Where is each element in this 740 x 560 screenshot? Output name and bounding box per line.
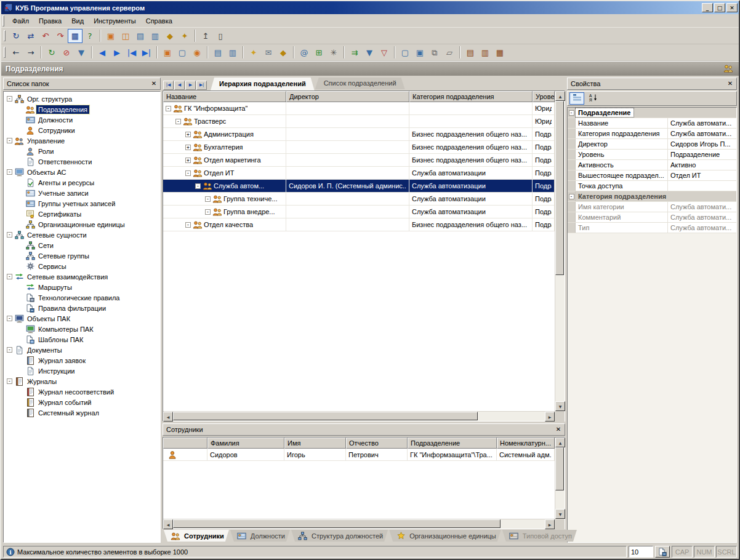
grid-view-button[interactable]: ▦ [68,29,82,43]
first-record-button[interactable]: |◀ [124,46,139,60]
tree-expander[interactable]: - [7,232,12,238]
column-header-firstname[interactable]: Имя [284,438,346,449]
tree-item-network-entities[interactable]: -Сетевые сущности [4,230,159,240]
tree-item-network-groups[interactable]: Сетевые группы [4,250,159,261]
certificate-button[interactable]: ◆ [276,46,291,60]
tree-item-accounts[interactable]: Учетные записи [4,188,159,198]
property-row-parent[interactable]: Вышестоящее подраздел...Отдел ИТ [568,170,736,181]
apply-limit-button[interactable] [655,546,670,558]
keys-button[interactable]: ✦ [177,29,192,43]
scroll-down-button[interactable] [555,401,565,411]
apply-changes-button[interactable]: ⇉ [347,46,362,60]
row-expander[interactable]: - [175,119,181,124]
scroll-up-button[interactable] [555,438,565,447]
report-button[interactable]: ▣ [412,46,427,60]
monitor-button[interactable]: ▢ [398,46,412,60]
tree-item-org-structure[interactable]: -Орг. структура [4,94,159,104]
scroll-track[interactable] [555,447,565,509]
upload-button[interactable]: ↥ [198,29,213,43]
tree-expander[interactable]: - [7,169,12,175]
menu-view[interactable]: Вид [66,15,89,27]
tree-item-filter-rules[interactable]: Правила фильтрации [4,303,159,313]
column-header-icon[interactable] [163,438,207,449]
tab-list[interactable]: Список подразделений [315,78,405,89]
tree-item-requests-journal[interactable]: Журнал заявок [4,355,159,366]
copy-button[interactable]: ⧉ [427,46,442,60]
categorized-button[interactable] [569,92,584,105]
property-row-comment[interactable]: КомментарийСлужба автомати... [568,212,736,223]
department-row[interactable]: +АдминистрацияБизнес подразделения общег… [163,128,555,141]
open-window-button[interactable]: ⇄ [23,29,38,43]
row-expander[interactable]: - [205,209,211,215]
row-expander[interactable]: - [185,170,191,176]
tree-item-account-groups[interactable]: Группы учетных записей [4,198,159,209]
filter-clear-button[interactable]: ▽ [377,46,392,60]
scroll-thumb[interactable] [555,447,564,490]
tree-item-nonconformance-journal[interactable]: Журнал несоответствий [4,386,159,397]
menu-edit[interactable]: Правка [34,15,66,27]
tree-item-routes[interactable]: Маршруты [4,282,159,292]
account-group-button[interactable]: ▥ [225,46,240,60]
filter-button[interactable]: ▼ [74,46,89,60]
role-button[interactable]: ✦ [246,46,261,60]
scroll-left-button[interactable] [163,412,173,422]
department-row[interactable]: -Служба автом...Сидоров И. П. (Системный… [163,180,555,193]
selection-limit-input[interactable] [629,546,653,558]
settings-gear-button[interactable]: ✳ [326,46,341,60]
scroll-track[interactable] [555,101,565,401]
tree-item-departments[interactable]: Подразделения [4,104,159,114]
tree-expander[interactable]: - [7,274,12,279]
folder-panel-close-button[interactable]: ✕ [149,79,159,88]
tree-expander[interactable]: - [7,378,12,384]
accounts-button[interactable]: ▤ [133,29,148,43]
column-header-patronymic[interactable]: Отчество [346,438,408,449]
department-row[interactable]: -Отдел ИТСлужба автоматизацииПодразделен… [163,167,555,180]
toolbar-bottom-grip[interactable] [4,47,6,58]
prev-record-button[interactable]: ◀ [95,46,110,60]
row-expander[interactable]: - [205,196,211,202]
row-expander[interactable]: + [185,158,191,163]
menu-tools[interactable]: Инструменты [89,15,141,27]
properties-panel-close-button[interactable]: ✕ [725,79,735,88]
department-row[interactable]: -ТрастверсЮридическое лицо [163,115,555,128]
scroll-track-h[interactable] [173,519,545,529]
scroll-down-button[interactable] [555,509,565,519]
next-record-button[interactable]: ▶ [110,46,124,60]
tree-item-services[interactable]: Сервисы [4,261,159,271]
employee-row[interactable]: СидоровИгорьПетровичГК "Информзащита"\Тр… [163,449,555,461]
emp-horizontal-scrollbar[interactable] [163,519,555,529]
next-row-button[interactable]: ▶ [185,81,196,90]
tree-item-documents[interactable]: -Документы [4,345,159,355]
tab-typical-access[interactable]: Типовой доступ [502,530,577,542]
column-header-name[interactable]: Название [163,91,286,102]
computers-button[interactable]: ▥ [148,29,163,43]
tree-expander[interactable]: - [7,347,12,353]
employees-panel-close-button[interactable]: ✕ [553,425,563,434]
department-row[interactable]: -Отдел качестваБизнес подразделения обще… [163,218,555,231]
group-expander[interactable]: - [569,110,574,116]
system-journal-button[interactable]: ▦ [493,46,507,60]
tab-employees[interactable]: Сотрудники [164,530,229,542]
emp-vertical-scrollbar[interactable] [555,438,565,519]
scroll-thumb-h[interactable] [173,412,478,420]
menu-file[interactable]: Файл [7,15,34,27]
tree-item-network-interactions[interactable]: -Сетевые взаимодействия [4,271,159,282]
help-button[interactable]: ? [82,29,97,43]
tab-positions[interactable]: Должности [230,530,290,542]
tree-item-as-objects[interactable]: -Объекты АС [4,167,159,177]
property-row-type[interactable]: ТипСлужба автомати... [568,223,736,233]
tree-expander[interactable]: - [7,316,12,321]
filter-set-button[interactable]: ▼ [362,46,377,60]
tab-hierarchy[interactable]: Иерархия подразделений [211,78,315,90]
property-row-level[interactable]: УровеньПодразделение [568,150,736,160]
network-node-button[interactable]: ⊞ [312,46,326,60]
property-row-access-point[interactable]: Точка доступа [568,181,736,191]
journal-button[interactable]: ▤ [463,46,478,60]
last-row-button[interactable]: ▶| [196,81,207,90]
department-row[interactable]: +Отдел маркетингаБизнес подразделения об… [163,154,555,167]
property-row-name[interactable]: НазваниеСлужба автомати... [568,118,736,129]
row-expander[interactable]: + [185,145,191,150]
first-row-button[interactable]: |◀ [163,81,174,90]
department-row[interactable]: -Группа внедре...Служба автоматизацииПод… [163,206,555,218]
tab-positions-structure[interactable]: Структура должностей [291,530,388,542]
